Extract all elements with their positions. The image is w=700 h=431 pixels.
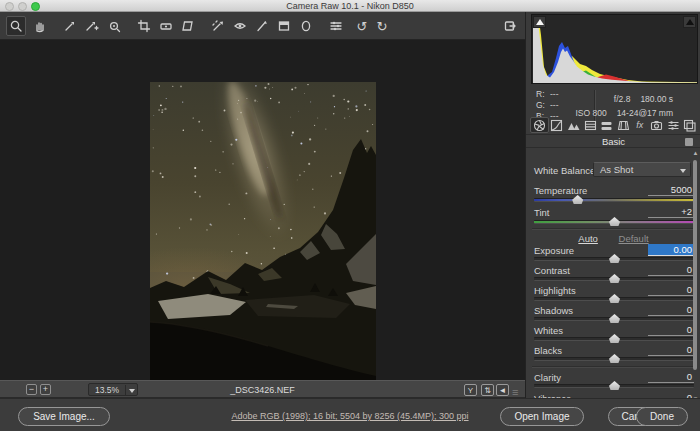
red-eye-removal-tool-icon[interactable] (230, 16, 250, 36)
temperature-label: Temperature (534, 185, 587, 196)
highlights-label: Highlights (534, 285, 576, 296)
spot-removal-tool-icon[interactable] (208, 16, 228, 36)
shadow-clipping-indicator[interactable] (533, 16, 546, 28)
panel-scrollbar[interactable]: ▲ ▼ (692, 152, 699, 396)
tab-basic[interactable] (530, 117, 549, 133)
white-balance-tool-icon[interactable] (60, 16, 80, 36)
adjustment-brush-tool-icon[interactable] (252, 16, 272, 36)
clarity-value[interactable]: 0 (648, 371, 694, 383)
clarity-label: Clarity (534, 372, 561, 383)
straighten-tool-icon[interactable] (156, 16, 176, 36)
color-sampler-tool-icon[interactable] (82, 16, 102, 36)
close-window-button[interactable] (5, 2, 14, 11)
targeted-adjustment-tool-icon[interactable] (104, 16, 124, 36)
panel-menu-icon[interactable] (685, 138, 693, 146)
contrast-label: Contrast (534, 265, 570, 276)
workflow-options: Adobe RGB (1998); 16 bit; 5504 by 8256 (… (0, 411, 700, 421)
tint-slider[interactable] (534, 220, 694, 224)
tab-effects[interactable]: fx (632, 117, 649, 133)
toolbar: ↺ ↻ (0, 12, 525, 40)
minimize-window-button[interactable] (18, 2, 27, 11)
window-titlebar: Camera Raw 10.1 - Nikon D850 (0, 0, 700, 12)
tint-value[interactable]: +2 (648, 206, 694, 218)
tab-detail[interactable] (565, 117, 582, 133)
tint-label: Tint (534, 207, 549, 218)
highlight-clipping-indicator[interactable] (683, 16, 696, 28)
done-button[interactable]: Done (636, 407, 688, 426)
photo-preview[interactable] (150, 82, 376, 418)
open-image-button[interactable]: Open Image (500, 407, 584, 426)
tab-camera-calibration[interactable] (648, 117, 665, 133)
exposure-value[interactable]: 0.00 (648, 244, 694, 256)
blacks-slider[interactable] (534, 357, 694, 361)
scroll-up-icon[interactable]: ▲ (692, 150, 699, 156)
transform-tool-icon[interactable] (178, 16, 198, 36)
hand-tool-icon[interactable] (30, 16, 50, 36)
tab-tone-curve[interactable] (549, 117, 566, 133)
temperature-slider-thumb[interactable] (572, 195, 583, 204)
workflow-options-link[interactable]: Adobe RGB (1998); 16 bit; 5504 by 8256 (… (231, 411, 468, 421)
copy-settings-button[interactable]: ◄ (496, 384, 509, 396)
blacks-value[interactable]: 0 (648, 344, 694, 356)
white-balance-value: As Shot (594, 164, 676, 175)
panel-tabs: fx (530, 117, 698, 134)
preferences-icon[interactable] (326, 16, 346, 36)
auto-link[interactable]: Auto (578, 233, 598, 244)
status-bar: − + 13.5% _DSC3426.NEF Y ⇅ ◄ ≡ (0, 380, 525, 398)
shadows-label: Shadows (534, 305, 573, 316)
scrollbar-thumb[interactable] (693, 160, 697, 370)
wb-label: White Balance: (534, 165, 598, 176)
tint-slider-thumb[interactable] (609, 217, 620, 226)
highlights-slider[interactable] (534, 297, 694, 301)
rotate-ccw-icon[interactable]: ↺ (352, 16, 372, 36)
whites-value[interactable]: 0 (648, 324, 694, 336)
rotate-cw-icon[interactable]: ↻ (372, 16, 392, 36)
window-title: Camera Raw 10.1 - Nikon D850 (0, 0, 700, 12)
image-canvas[interactable] (0, 40, 525, 380)
whites-slider[interactable] (534, 337, 694, 341)
filename-label: _DSC3426.NEF (0, 385, 525, 395)
temperature-value[interactable]: 5000 (648, 184, 694, 196)
shadows-value[interactable]: 0 (648, 304, 694, 316)
white-balance-select[interactable]: As Shot (593, 162, 691, 177)
contrast-value[interactable]: 0 (648, 264, 694, 276)
whites-label: Whites (534, 325, 563, 336)
crop-tool-icon[interactable] (134, 16, 154, 36)
exposure-slider[interactable] (534, 257, 694, 261)
tab-lens-corrections[interactable] (615, 117, 632, 133)
tab-split-toning[interactable] (598, 117, 615, 133)
graduated-filter-tool-icon[interactable] (274, 16, 294, 36)
adjustments-panel: R:--- G:--- B:--- f/2.8180.00 s ISO 8001… (525, 12, 700, 398)
tab-snapshots[interactable] (681, 117, 698, 133)
shadows-slider[interactable] (534, 317, 694, 321)
preview-mode-button[interactable]: Y (464, 384, 477, 396)
swap-before-after-button[interactable]: ⇅ (481, 384, 494, 396)
radial-filter-tool-icon[interactable] (296, 16, 316, 36)
chevron-down-icon (676, 164, 690, 175)
tab-presets[interactable] (665, 117, 682, 133)
zoom-window-button[interactable] (31, 2, 40, 11)
clarity-slider[interactable] (534, 384, 694, 388)
shot-info: f/2.8180.00 s ISO 80014-24@17 mm (575, 92, 673, 120)
highlights-value[interactable]: 0 (648, 284, 694, 296)
default-link[interactable]: Default (619, 233, 649, 244)
preview-menu-icon[interactable]: ≡ (512, 386, 518, 398)
basic-controls: White Balance: As Shot Temperature 5000 … (526, 148, 700, 398)
exposure-label: Exposure (534, 245, 574, 256)
tab-hsl-grayscale[interactable] (582, 117, 599, 133)
toggle-fullscreen-icon[interactable] (500, 16, 520, 36)
basic-panel-title: Basic (526, 135, 700, 148)
zoom-tool-icon[interactable] (6, 16, 26, 36)
basic-panel-header: Basic (526, 134, 700, 148)
contrast-slider[interactable] (534, 277, 694, 281)
footer-bar: Save Image... Adobe RGB (1998); 16 bit; … (0, 398, 700, 431)
temperature-slider[interactable] (534, 198, 694, 202)
histogram[interactable] (531, 14, 698, 84)
blacks-label: Blacks (534, 345, 562, 356)
